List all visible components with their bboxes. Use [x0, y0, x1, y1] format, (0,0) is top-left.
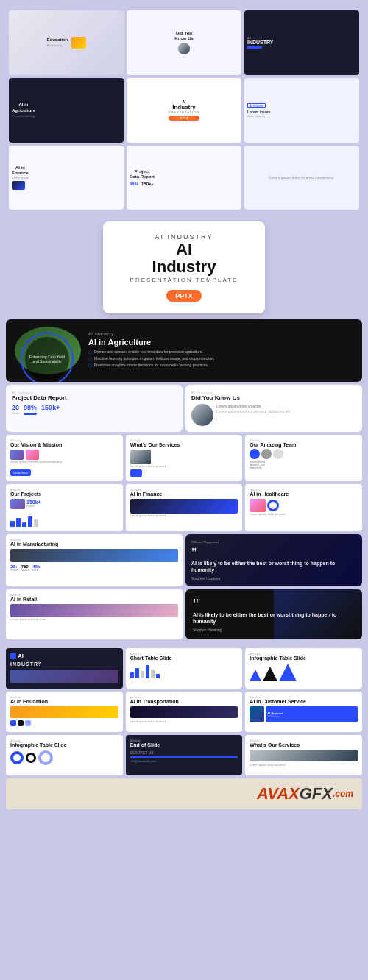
thumb-blank: Lorem ipsum dolor sit amet consectetur [244, 146, 359, 210]
pptx-badge: PPTX [166, 290, 202, 302]
thumb-did-you-know: Did YouKnow Us [127, 10, 241, 75]
ai-retail-slide: AI Industry AI in Retail Lorem ipsum dol… [6, 589, 183, 639]
vision-btn[interactable]: Learn More [10, 469, 31, 476]
thumb-ai-industry-2: AI Industry Lorem ipsum dolor sit amet [244, 78, 359, 143]
bar-1 [10, 521, 15, 527]
transport-img [130, 706, 238, 718]
whats-services-bottom-title: What's Our Services [250, 742, 358, 748]
chart-bar-6 [156, 674, 160, 678]
quote-slide-small: " AI is likely to be either the best or … [185, 589, 362, 639]
team-avatars [250, 449, 358, 459]
whats-services-title: What's Our Services [130, 442, 238, 447]
thumb-center: AI Industry PRESENTATION PPTX [127, 78, 241, 143]
agri-title: AI in Agriculture [88, 338, 353, 347]
hero-description: PRESENTATION TEMPLATE [118, 277, 250, 283]
infog-circle-1 [10, 751, 24, 764]
agri-content: AI Industry AI in Agriculture ⬡ Drones a… [88, 332, 353, 369]
retail-bigquote-row: AI Industry AI in Retail Lorem ipsum dol… [6, 589, 362, 639]
services-box [130, 469, 142, 477]
mfg-stat-1: 20+ Projects [10, 564, 18, 572]
bar-5 [34, 519, 38, 527]
stat-years-num: 20 [12, 404, 19, 411]
bottom-grid-3: AI Industry Infographic Table Slide AI I… [6, 735, 362, 775]
services-bottom-img [250, 750, 358, 761]
mission-img [26, 450, 39, 460]
stat-years: 20 Years [12, 404, 19, 415]
bullet-icon-3: ⬡ [88, 363, 92, 368]
chart-bar-2 [135, 668, 139, 678]
quote-text: AI is likely to be either the best or wo… [193, 611, 355, 625]
vision-services-team-row: AI Industry Our Vision & Mission Lorem i… [6, 435, 362, 481]
infographic-table-slide: AI Industry Infographic Table Slide [245, 648, 362, 689]
gfx-url: .com [333, 789, 353, 799]
diffusion-text: AI is likely to be either the best or wo… [191, 560, 356, 573]
ai-finance-title: AI in Finance [130, 491, 238, 497]
end-divider [130, 756, 238, 758]
top-collage: Education AI Learning Did YouKnow Us AI … [6, 6, 362, 214]
education-img [10, 706, 118, 718]
customer-img [250, 706, 264, 722]
health-img [250, 499, 266, 512]
retail-img [10, 604, 178, 617]
chart-bar-4 [146, 665, 149, 678]
hero-title: AIIndustry [118, 241, 250, 276]
ai-customer-service-slide: AI Industry AI in Customer Service AI Su… [245, 692, 362, 732]
whats-services-bottom-slide: AI Industry What's Our Services Lorem ip… [245, 735, 362, 775]
stat-98: 98% [24, 404, 37, 415]
thumb-education: Education AI Learning [9, 10, 124, 75]
bar-4 [28, 516, 32, 527]
data-report-title: Project Data Report [12, 394, 177, 401]
quote-author: Stephen Hawking [193, 628, 355, 632]
agri-circle: Enhancing Crop Yield and Sustainability [21, 333, 74, 382]
ai-healthcare-title: AI in Healthcare [250, 491, 358, 497]
bottom-grid-2: AI Industry AI in Education AI Industry … [6, 692, 362, 732]
agri-bullet-2: ⬡ Machine learning optimizes irrigation,… [88, 356, 353, 361]
ai-industry-logo-slide: AI INDUSTRY [6, 648, 123, 689]
agri-circle-text: Enhancing Crop Yield and Sustainability [25, 337, 69, 381]
bottom-grid-1: AI INDUSTRY AI Industry Chart Table Slid… [6, 648, 362, 689]
ai-transportation-slide: AI Industry AI in Transportation Lorem i… [126, 692, 243, 732]
did-you-know-text: Lorem ipsum dolor sit amet Lorem ipsum d… [216, 404, 290, 426]
thumb-project-data: ProjectData Report 98% 150k+ [127, 146, 241, 210]
ai-logo-text: AI [18, 653, 24, 659]
avatar-1 [250, 449, 260, 459]
manufacturing-quote-row: AI Industry AI in Manufacturing 20+ Proj… [6, 534, 362, 586]
chart-table-title: Chart Table Slide [130, 656, 238, 661]
infographic-bottom-title: Infographic Table Slide [10, 742, 118, 748]
stat-years-label: Years [12, 411, 19, 415]
ai-manufacturing-title: AI in Manufacturing [10, 542, 178, 547]
ai-retail-title: AI in Retail [10, 597, 178, 602]
ai-logo-icon [10, 653, 16, 659]
gfx-text: GFX [300, 784, 333, 803]
infographic-table-title: Infographic Table Slide [250, 656, 358, 661]
vision-img [10, 450, 24, 460]
data-panel-row: AI Industry Project Data Report 20 Years… [6, 385, 362, 432]
thumb-ai-agri: AI inAgriculture Precision farming [9, 78, 124, 143]
stat-150k: 150k+ [41, 404, 60, 415]
bullet-icon-2: ⬡ [88, 356, 92, 361]
avatar-2 [261, 449, 272, 459]
progress-bar-1 [24, 413, 37, 415]
end-slide-title: End of Slide [130, 742, 238, 748]
chart-bar-1 [130, 672, 134, 678]
ai-education-title: AI in Education [10, 699, 118, 704]
end-slide: AI Industry End of Slide CONTACT US info… [126, 735, 243, 775]
data-report-slide: AI Industry Project Data Report 20 Years… [6, 385, 183, 432]
agri-bullet-3: ⬡ Predictive analytics inform decisions … [88, 363, 353, 368]
ai-education-slide: AI Industry AI in Education [6, 692, 123, 732]
industry-logo-img [10, 670, 118, 683]
diffusion-slide: Diffusion Playground " AI is likely to b… [185, 534, 362, 586]
vision-mission-slide: AI Industry Our Vision & Mission Lorem i… [6, 435, 123, 481]
quote-mark: " [193, 597, 355, 611]
mfg-stat-2: 750 Systems [21, 564, 30, 572]
edu-box-1 [10, 720, 16, 726]
edu-box-2 [18, 720, 24, 726]
did-you-know-robot [191, 404, 213, 426]
watermark-bar: AVAX GFX .com [6, 778, 362, 809]
infog-circle-2 [26, 753, 36, 763]
whats-services-slide: AI Industry What's Our Services Lorem ip… [126, 435, 243, 481]
bullet-icon-1: ⬡ [88, 349, 92, 355]
agriculture-slide: Enhancing Crop Yield and Sustainability … [6, 319, 362, 382]
ai-finance-slide: AI Industry AI in Finance Lorem ipsum do… [126, 484, 243, 531]
team-member-3: Stacey Kulik [250, 466, 358, 469]
